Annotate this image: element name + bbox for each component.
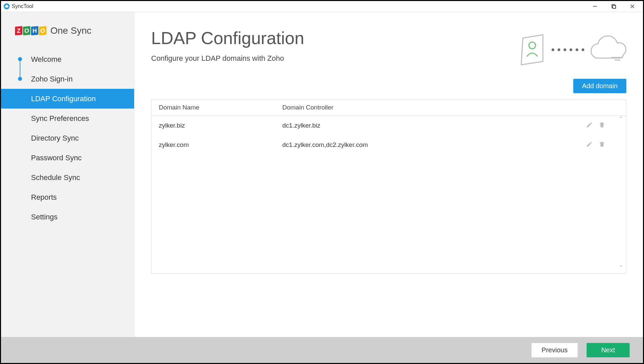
- svg-point-7: [552, 48, 554, 51]
- page-subtitle: Configure your LDAP domains with Zoho: [151, 54, 304, 63]
- app-icon: [4, 3, 10, 9]
- sidebar: Z O H O One Sync Welcome Zoho Sign-in: [1, 12, 134, 337]
- window-title: SyncTool: [12, 3, 33, 9]
- sidebar-item-schedule-sync[interactable]: Schedule Sync: [1, 168, 134, 187]
- window-minimize-button[interactable]: [586, 1, 604, 11]
- svg-point-6: [529, 42, 536, 49]
- sidebar-item-label: Directory Sync: [31, 134, 79, 143]
- column-header-domain-name: Domain Name: [159, 104, 282, 111]
- column-header-domain-controller: Domain Controller: [282, 104, 586, 111]
- wizard-steps: Welcome Zoho Sign-in LDAP Configuration …: [1, 49, 134, 227]
- edit-icon[interactable]: [586, 141, 593, 149]
- delete-icon[interactable]: [599, 122, 605, 130]
- sidebar-item-label: LDAP Configuration: [31, 95, 96, 103]
- sidebar-item-welcome[interactable]: Welcome: [1, 49, 134, 69]
- sidebar-item-label: Reports: [31, 193, 57, 202]
- svg-rect-2: [613, 5, 616, 8]
- svg-point-10: [570, 48, 572, 51]
- table-header: Domain Name Domain Controller: [151, 100, 626, 116]
- window-close-button[interactable]: [623, 1, 642, 11]
- sidebar-item-zoho-sign-in[interactable]: Zoho Sign-in: [1, 69, 134, 89]
- sidebar-item-settings[interactable]: Settings: [1, 207, 134, 227]
- sidebar-item-label: Settings: [31, 213, 58, 221]
- window-maximize-button[interactable]: [604, 1, 623, 11]
- previous-button[interactable]: Previous: [531, 343, 578, 358]
- scroll-down-icon[interactable]: [618, 263, 624, 270]
- sidebar-item-label: Sync Preferences: [31, 114, 89, 123]
- window-titlebar: SyncTool: [1, 1, 643, 12]
- sidebar-item-password-sync[interactable]: Password Sync: [1, 148, 134, 168]
- cell-domain-name: zylker.com: [159, 141, 282, 149]
- cell-domain-name: zylker.biz: [159, 122, 282, 129]
- brand-name: One Sync: [50, 25, 91, 36]
- edit-icon[interactable]: [586, 122, 593, 130]
- svg-point-8: [558, 48, 560, 51]
- cell-domain-controller: dc1.zylker.biz: [282, 122, 586, 129]
- svg-point-11: [576, 48, 578, 51]
- ldap-to-cloud-illustration: [513, 31, 626, 69]
- table-row: zylker.biz dc1.zylker.biz: [151, 116, 626, 135]
- svg-point-12: [582, 48, 584, 51]
- brand: Z O H O One Sync: [1, 25, 134, 49]
- cell-domain-controller: dc1.zylker.com,dc2.zylker.com: [282, 141, 586, 149]
- sidebar-item-directory-sync[interactable]: Directory Sync: [1, 128, 134, 148]
- sidebar-item-label: Zoho Sign-in: [31, 75, 73, 83]
- wizard-footer: Previous Next: [1, 337, 643, 363]
- sidebar-item-label: Password Sync: [31, 154, 82, 162]
- sidebar-item-sync-preferences[interactable]: Sync Preferences: [1, 109, 134, 128]
- sidebar-item-label: Welcome: [31, 55, 61, 64]
- add-domain-button[interactable]: Add domain: [573, 79, 626, 93]
- delete-icon[interactable]: [599, 141, 605, 149]
- sidebar-item-ldap-configuration[interactable]: LDAP Configuration: [1, 89, 134, 109]
- scroll-up-icon[interactable]: [618, 114, 624, 122]
- sidebar-item-reports[interactable]: Reports: [1, 187, 134, 207]
- sidebar-item-label: Schedule Sync: [31, 173, 80, 182]
- table-row: zylker.com dc1.zylker.com,dc2.zylker.com: [151, 135, 626, 155]
- svg-point-9: [564, 48, 566, 51]
- page-title: LDAP Configuration: [151, 28, 304, 48]
- main-content: LDAP Configuration Configure your LDAP d…: [134, 12, 643, 337]
- next-button[interactable]: Next: [587, 343, 630, 357]
- zoho-logo: Z O H O: [15, 26, 46, 35]
- domains-table: Domain Name Domain Controller zylker.biz…: [151, 99, 626, 274]
